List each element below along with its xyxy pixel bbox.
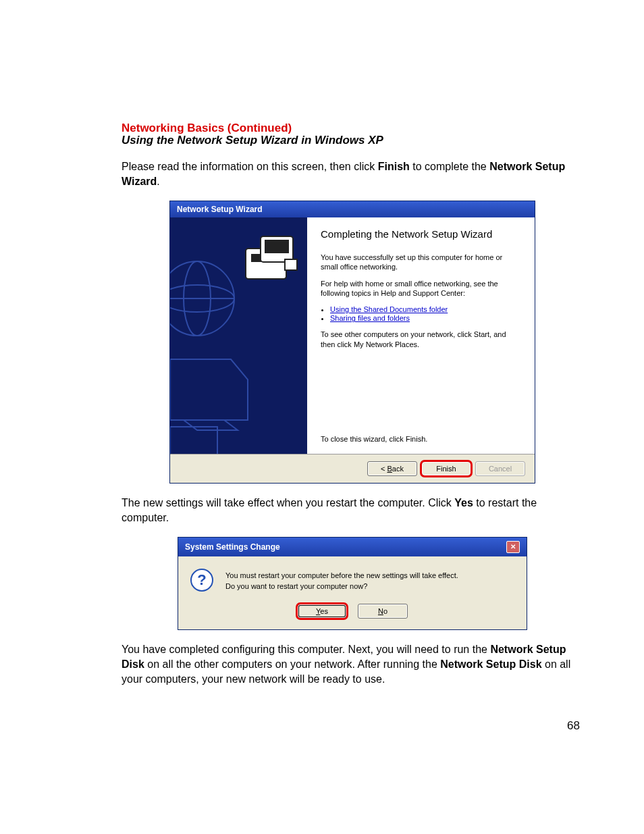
text: to complete the [410, 161, 489, 172]
instruction-paragraph-3: You have completed configuring this comp… [122, 642, 583, 686]
text: N [378, 607, 383, 615]
help-link-shared-documents[interactable]: Using the Shared Documents folder [330, 305, 448, 313]
dialog-line: Do you want to restart your computer now… [225, 582, 458, 590]
text: You have completed configuring this comp… [122, 644, 490, 655]
wizard-text: For help with home or small office netwo… [321, 279, 521, 298]
instruction-paragraph-1: Please read the information on this scre… [122, 159, 583, 188]
question-icon: ? [190, 569, 213, 592]
text: The new settings will take effect when y… [122, 497, 454, 509]
dialog-text: You must restart your computer before th… [225, 569, 458, 593]
text: ack [392, 465, 404, 473]
system-settings-change-dialog: System Settings Change ✕ ? You must rest… [178, 537, 527, 630]
document-page: Networking Basics (Continued) Using the … [0, 0, 644, 834]
page-number: 68 [567, 719, 580, 733]
dialog-titlebar[interactable]: System Settings Change ✕ [178, 538, 527, 556]
svg-rect-8 [265, 240, 289, 253]
yes-button[interactable]: Yes [297, 604, 347, 619]
svg-rect-9 [285, 259, 297, 270]
wizard-titlebar[interactable]: Network Setup Wizard [170, 201, 535, 217]
text-bold: Finish [378, 161, 410, 172]
cancel-button: Cancel [475, 461, 525, 476]
help-link-sharing-files[interactable]: Sharing files and folders [330, 314, 410, 322]
wizard-content: Completing the Network Setup Wizard You … [307, 217, 535, 454]
text-bold: Yes [454, 497, 473, 509]
text: < [381, 465, 387, 473]
dialog-title: System Settings Change [185, 542, 280, 552]
text: . [157, 176, 159, 187]
wizard-text: To see other computers on your network, … [321, 330, 521, 349]
text: on all the other computers on your netwo… [144, 658, 440, 670]
back-button[interactable]: < Back [367, 461, 417, 476]
wizard-button-row: < Back Finish Cancel [170, 454, 535, 483]
text: es [320, 607, 328, 615]
network-setup-wizard-window: Network Setup Wizard [169, 201, 535, 484]
close-icon[interactable]: ✕ [506, 541, 520, 553]
wizard-heading: Completing the Network Setup Wizard [321, 228, 521, 240]
dialog-line: You must restart your computer before th… [225, 571, 458, 579]
finish-button[interactable]: Finish [421, 461, 471, 476]
dialog-body: ? You must restart your computer before … [178, 556, 527, 597]
section-heading: Networking Basics (Continued) [122, 122, 583, 135]
wizard-link-list: Using the Shared Documents folder Sharin… [330, 305, 521, 323]
wizard-text: To close this wizard, click Finish. [321, 434, 521, 444]
instruction-paragraph-2: The new settings will take effect when y… [122, 496, 583, 525]
text: B [387, 465, 392, 473]
section-subheading: Using the Network Setup Wizard in Window… [122, 134, 583, 147]
wizard-text: You have successfully set up this comput… [321, 253, 521, 272]
wizard-body: Completing the Network Setup Wizard You … [170, 217, 535, 454]
text-bold: Network Setup Disk [440, 658, 541, 670]
no-button[interactable]: No [358, 604, 408, 619]
wizard-sidebar-graphic [170, 217, 307, 454]
text: o [383, 607, 387, 615]
text: Please read the information on this scre… [122, 161, 378, 172]
dialog-button-row: Yes No [178, 597, 527, 629]
